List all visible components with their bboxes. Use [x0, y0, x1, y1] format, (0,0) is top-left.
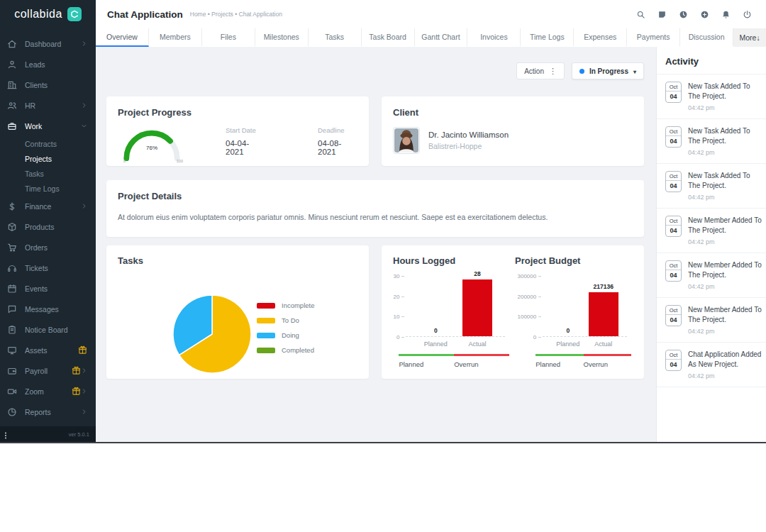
deadline-block: Deadline 04-08-2021: [318, 126, 357, 156]
status-dropdown-label: In Progress: [589, 67, 628, 75]
activity-date-day: 04: [666, 92, 681, 100]
sidebar-item-events[interactable]: Events: [0, 278, 96, 299]
tab-tasks[interactable]: Tasks: [309, 28, 362, 47]
project-details-text: At dolorum eius enim voluptatem corporis…: [118, 213, 633, 221]
legend-label: Doing: [282, 331, 299, 339]
logo[interactable]: collabida: [0, 0, 96, 28]
power-icon[interactable]: [743, 10, 752, 19]
activity-item[interactable]: Oct04New Member Added To The Project.04:…: [657, 209, 766, 253]
activity-item[interactable]: Oct04New Member Added To The Project.04:…: [657, 298, 766, 343]
tab-files[interactable]: Files: [202, 28, 255, 47]
legend-line: [454, 354, 509, 356]
bar-actual: [589, 292, 618, 336]
sidebar-item-finance[interactable]: Finance: [0, 196, 96, 216]
chevron-right-icon: [81, 367, 87, 374]
sidebar-item-messages[interactable]: Messages: [0, 299, 96, 319]
box-icon: [7, 222, 17, 232]
tab-payments[interactable]: Payments: [627, 28, 680, 47]
sidebar-item-dashboard[interactable]: Dashboard: [0, 33, 96, 54]
sidebar-item-label: HR: [25, 101, 81, 110]
tab-milestones[interactable]: Milestones: [255, 28, 309, 47]
sidebar-item-orders[interactable]: Orders: [0, 237, 96, 257]
tab-bar: OverviewMembersFilesMilestonesTasksTask …: [96, 28, 766, 47]
add-icon[interactable]: [700, 10, 709, 19]
topbar: Chat Application Home • Projects • Chat …: [96, 0, 766, 28]
activity-item[interactable]: Oct04New Task Added To The Project.04:42…: [657, 164, 766, 209]
sidebar-item-work[interactable]: Work: [0, 116, 96, 136]
activity-item[interactable]: Oct04Chat Application Added As New Proje…: [657, 343, 766, 387]
gift-icon: [72, 387, 81, 396]
hours-logged-title: Hours Logged: [393, 255, 515, 266]
sidebar-item-clients[interactable]: Clients: [0, 74, 96, 95]
activity-item-body: New Task Added To The Project.04:42 pm: [688, 171, 762, 201]
project-budget-x-axis: PlannedActual: [543, 337, 627, 348]
legend-line: [399, 354, 454, 356]
gift-icon: [72, 366, 81, 375]
activity-item-text: New Member Added To The Project.: [688, 216, 762, 235]
notes-icon[interactable]: [657, 10, 667, 19]
y-tick-label: 0: [515, 334, 536, 340]
clock-icon[interactable]: [679, 10, 688, 19]
activity-title: Activity: [657, 47, 766, 74]
sidebar-item-zoom[interactable]: Zoom: [0, 381, 96, 401]
main-area: Chat Application Home • Projects • Chat …: [96, 0, 766, 442]
sidebar-menu-icon[interactable]: [1, 430, 10, 438]
sidebar-item-reports[interactable]: Reports: [0, 401, 96, 422]
start-date-block: Start Date 04-04-2021: [226, 126, 265, 156]
sidebar-item-label: Notice Board: [25, 326, 87, 334]
sidebar-item-payroll[interactable]: Payroll: [0, 360, 96, 381]
client-name: Dr. Jacinto Williamson: [428, 131, 509, 139]
gauge-min-label: 0: [123, 159, 126, 163]
tab-gantt-chart[interactable]: Gantt Chart: [415, 28, 468, 47]
tab-more[interactable]: More↓: [733, 28, 766, 47]
sidebar-item-hr[interactable]: HR: [0, 95, 96, 116]
sidebar-subitem-contracts[interactable]: Contracts: [0, 136, 96, 151]
sidebar-nav: DashboardLeadsClientsHRWorkContractsProj…: [0, 28, 96, 426]
deadline-label: Deadline: [318, 126, 357, 134]
sidebar-subitem-projects[interactable]: Projects: [0, 151, 96, 166]
activity-date-badge: Oct04: [665, 260, 682, 282]
legend-swatch: [257, 303, 275, 309]
tab-members[interactable]: Members: [149, 28, 202, 47]
status-dot-icon: [579, 69, 584, 74]
y-tick-label: 30: [393, 273, 399, 279]
activity-item[interactable]: Oct04New Task Added To The Project.04:42…: [657, 74, 766, 119]
activity-date-day: 04: [666, 181, 681, 189]
tasks-chart-title: Tasks: [118, 255, 357, 266]
sidebar-subitem-tasks[interactable]: Tasks: [0, 166, 96, 181]
sidebar-item-tickets[interactable]: Tickets: [0, 257, 96, 278]
legend-label: Incomplete: [282, 301, 314, 309]
sidebar-subitem-time-logs[interactable]: Time Logs: [0, 181, 96, 196]
tab-discussion[interactable]: Discussion: [680, 28, 733, 47]
tab-overview[interactable]: Overview: [96, 28, 149, 47]
activity-item[interactable]: Oct04New Member Added To The Project.04:…: [657, 253, 766, 298]
gift-icon: [78, 345, 87, 355]
activity-item-text: New Member Added To The Project.: [688, 260, 762, 279]
sidebar-item-products[interactable]: Products: [0, 216, 96, 237]
bar-value-actual: 217136: [594, 283, 614, 290]
tab-invoices[interactable]: Invoices: [467, 28, 521, 47]
tab-expenses[interactable]: Expenses: [574, 28, 627, 47]
tab-time-logs[interactable]: Time Logs: [521, 28, 574, 47]
users-icon: [7, 101, 17, 111]
sidebar-item-notice-board[interactable]: Notice Board: [0, 319, 96, 340]
legend-item-to-do: To Do: [257, 313, 314, 328]
cart-icon: [7, 243, 17, 253]
status-dropdown[interactable]: In Progress: [572, 62, 644, 79]
activity-date-badge: Oct04: [665, 126, 682, 148]
message-icon: [7, 304, 17, 314]
activity-item-body: New Member Added To The Project.04:42 pm: [688, 216, 762, 245]
client-company: Balistreri-Hoppe: [428, 142, 509, 150]
sidebar-item-label: Reports: [25, 408, 81, 416]
legend-item-incomplete: Incomplete: [257, 298, 314, 313]
tab-task-board[interactable]: Task Board: [362, 28, 415, 47]
search-icon[interactable]: [636, 10, 645, 19]
activity-item[interactable]: Oct04New Task Added To The Project.04:42…: [657, 119, 766, 164]
activity-date-badge: Oct04: [665, 350, 682, 371]
video-icon: [7, 387, 17, 397]
sidebar-item-assets[interactable]: Assets: [0, 340, 96, 360]
sidebar-item-leads[interactable]: Leads: [0, 54, 96, 74]
bell-icon[interactable]: [721, 10, 731, 19]
legend-label: Planned: [399, 360, 454, 368]
action-button[interactable]: Action: [516, 62, 565, 79]
